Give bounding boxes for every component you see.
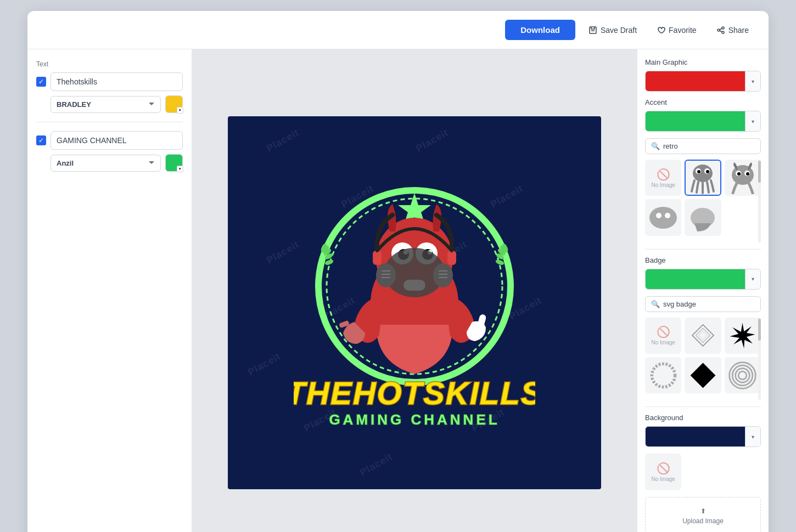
text-section-label: Text: [36, 60, 183, 68]
graphic-thumb-partial1[interactable]: [645, 199, 681, 235]
svg-point-65: [730, 362, 756, 388]
accent-dropdown-arrow[interactable]: ▾: [745, 111, 760, 131]
svg-point-20: [495, 259, 505, 266]
background-thumb-no-image[interactable]: 🚫 No Image: [645, 454, 681, 490]
graphic-search-box: 🔍: [645, 138, 761, 154]
badge-search-icon: 🔍: [651, 300, 660, 308]
header: Download Save Draft Favorite Share: [27, 11, 769, 49]
text-field-2-row: [36, 131, 183, 150]
partial2-svg: [686, 201, 719, 234]
text-field-1-input[interactable]: [51, 72, 183, 91]
logo-content: THEHOTSKILLS GAMING CHANNEL: [294, 177, 535, 429]
starburst-svg: [727, 320, 758, 350]
graphic-scrollbar-thumb: [758, 161, 761, 183]
svg-rect-41: [373, 251, 382, 265]
concentric-svg: [727, 360, 758, 390]
font-select-2-row: Anzil ▾: [51, 154, 183, 172]
font-select-1-row: BRADLEY ▾: [51, 95, 183, 113]
svg-text:GAMING CHANNEL: GAMING CHANNEL: [329, 411, 500, 428]
svg-marker-64: [691, 363, 716, 388]
download-button[interactable]: Download: [505, 20, 575, 40]
heart-icon: [657, 26, 665, 35]
dragon-svg: [726, 161, 759, 194]
badge-thumb-circle-ring[interactable]: [645, 357, 681, 393]
badge-scrollbar[interactable]: [758, 318, 761, 400]
graphic-icon-grid: 🚫 No Image: [645, 160, 761, 236]
svg-point-34: [433, 263, 453, 287]
svg-point-54: [746, 172, 749, 176]
svg-point-3: [722, 31, 724, 33]
svg-marker-62: [730, 323, 755, 349]
badge-search-box: 🔍: [645, 296, 761, 312]
svg-point-14: [324, 259, 334, 266]
save-draft-button[interactable]: Save Draft: [582, 21, 643, 39]
svg-rect-42: [447, 251, 456, 265]
svg-point-45: [693, 165, 713, 182]
text-field-2-checkbox[interactable]: [36, 135, 46, 145]
badge-scrollbar-thumb: [758, 319, 761, 341]
svg-point-2: [717, 29, 720, 31]
diamond-outline-svg: [688, 320, 718, 350]
logo-svg: THEHOTSKILLS GAMING CHANNEL: [294, 177, 535, 429]
svg-point-56: [656, 213, 662, 218]
badge-thumb-no-image[interactable]: 🚫 No Image: [645, 318, 681, 354]
svg-rect-0: [590, 27, 596, 33]
badge-divider: [645, 249, 761, 250]
color-swatch-2-dropdown: ▾: [177, 166, 183, 172]
upload-image-button[interactable]: ⬆ Upload Image: [645, 497, 761, 532]
font-select-1[interactable]: BRADLEY: [51, 96, 161, 113]
badge-search-input[interactable]: [663, 300, 755, 308]
text-field-1-checkbox[interactable]: [36, 77, 46, 87]
graphic-thumb-octopus[interactable]: [685, 160, 721, 196]
main-graphic-dropdown-arrow[interactable]: ▾: [745, 71, 760, 91]
circle-ring-svg: [648, 360, 679, 390]
main-graphic-color-picker[interactable]: ▾: [645, 71, 761, 92]
left-panel: Text BRADLEY ▾ A: [27, 49, 192, 532]
accent-color-strip: [646, 111, 745, 131]
octopus-svg: [686, 161, 719, 194]
text-field-2-input[interactable]: [51, 131, 183, 150]
badge-thumb-diamond-outline[interactable]: [685, 318, 721, 354]
graphic-thumb-no-image[interactable]: 🚫 No Image: [645, 160, 681, 196]
graphic-thumb-dragon[interactable]: [725, 160, 761, 196]
color-swatch-1[interactable]: ▾: [165, 95, 183, 113]
svg-point-55: [649, 207, 677, 229]
svg-point-49: [706, 170, 709, 173]
badge-icon-grid: 🚫 No Image: [645, 318, 761, 394]
accent-color-picker[interactable]: ▾: [645, 111, 761, 132]
right-panel: Main Graphic ▾ Accent ▾ 🔍: [637, 49, 769, 532]
favorite-button[interactable]: Favorite: [650, 21, 703, 39]
badge-color-strip: [646, 269, 745, 289]
background-dropdown-arrow[interactable]: ▾: [745, 427, 760, 446]
graphic-scrollbar[interactable]: [758, 160, 761, 242]
svg-point-53: [737, 172, 741, 176]
main-layout: Text BRADLEY ▾ A: [27, 49, 769, 532]
graphic-search-input[interactable]: [663, 142, 755, 150]
svg-point-57: [665, 213, 670, 218]
text-field-1-row: [36, 72, 183, 91]
share-icon: [716, 26, 725, 35]
divider-1: [36, 122, 183, 122]
color-swatch-2[interactable]: ▾: [165, 154, 183, 172]
background-color-strip: [646, 427, 745, 446]
svg-text:THEHOTSKILLS: THEHOTSKILLS: [294, 375, 535, 411]
background-color-picker[interactable]: ▾: [645, 426, 761, 447]
accent-label: Accent: [645, 98, 761, 106]
badge-thumb-concentric[interactable]: [725, 357, 761, 393]
badge-thumb-starburst[interactable]: [725, 318, 761, 354]
main-graphic-color-strip: [646, 71, 745, 91]
graphic-thumb-partial2[interactable]: [685, 199, 721, 235]
svg-line-4: [720, 29, 722, 30]
font-select-2[interactable]: Anzil: [51, 155, 161, 172]
badge-dropdown-arrow[interactable]: ▾: [745, 269, 760, 289]
svg-point-63: [652, 364, 675, 387]
app-container: Download Save Draft Favorite Share Tex: [27, 11, 769, 532]
share-button[interactable]: Share: [710, 21, 755, 39]
svg-rect-32: [403, 280, 425, 291]
badge-color-picker[interactable]: ▾: [645, 269, 761, 290]
svg-point-1: [722, 27, 724, 29]
diamond-black-svg: [688, 360, 718, 390]
badge-thumb-diamond-black[interactable]: [685, 357, 721, 393]
graphic-icon-grid-wrapper: 🚫 No Image: [645, 160, 761, 242]
partial1-svg: [647, 201, 680, 234]
